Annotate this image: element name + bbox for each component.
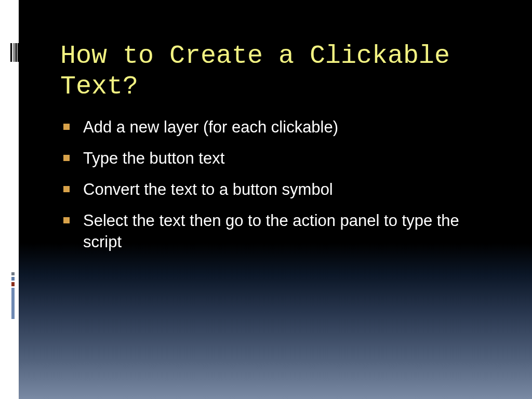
barcode-icon [10, 43, 19, 62]
left-gutter [0, 0, 19, 399]
slide-body: How to Create a Clickable Text? Add a ne… [19, 0, 532, 399]
list-item: Convert the text to a button symbol [60, 179, 490, 201]
list-item: Select the text then go to the action pa… [60, 210, 490, 254]
list-item: Type the button text [60, 148, 490, 169]
list-item: Add a new layer (for each clickable) [60, 116, 490, 138]
slide-content: How to Create a Clickable Text? Add a ne… [19, 0, 532, 253]
slide-title: How to Create a Clickable Text? [60, 41, 490, 102]
accent-bars-icon [11, 272, 18, 321]
background-gradient [19, 243, 532, 399]
bullet-list: Add a new layer (for each clickable) Typ… [60, 116, 490, 253]
